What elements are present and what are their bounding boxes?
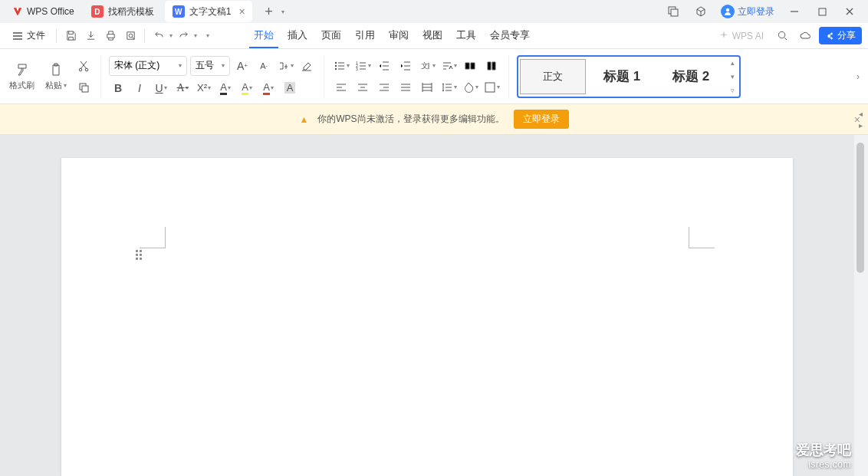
app-home-button[interactable]: WPS Office [6,2,81,21]
tab-templates[interactable]: D 找稻壳模板 [84,1,162,22]
doc-icon: W [173,5,185,18]
save-button[interactable] [61,27,80,45]
columns-button[interactable] [482,57,501,75]
rail-button-2[interactable]: ▸ [859,121,863,130]
login-link[interactable]: 立即登录 [716,5,779,18]
align-center-button[interactable] [353,78,372,97]
share-button[interactable]: 分享 [819,27,862,44]
change-case-button[interactable]: ▾ [276,57,294,75]
document-canvas[interactable] [0,135,854,476]
styles-expand-icon[interactable]: ▿ [727,87,738,94]
font-name-combo[interactable]: ▾ [109,56,187,76]
strike-button[interactable]: A▾ [173,79,192,97]
shrink-font-button[interactable]: A- [255,57,273,75]
styles-scroll: ▴ ▾ ▿ [727,59,738,94]
character-shading-button[interactable]: A [281,79,299,97]
file-menu-button[interactable]: 文件 [6,26,51,45]
svg-text:文: 文 [421,61,429,70]
tab-tools[interactable]: 工具 [452,24,481,48]
tab-layout[interactable]: 页面 [317,24,346,48]
cut-button[interactable] [74,57,93,75]
italic-button[interactable]: I [130,79,149,97]
banner-login-button[interactable]: 立即登录 [514,110,569,129]
new-tab-dropdown[interactable]: ▾ [281,8,284,15]
clear-format-button[interactable] [298,57,316,75]
style-heading1[interactable]: 标题 1 [589,59,655,94]
new-tab-button[interactable]: + [260,3,277,20]
tab-refs[interactable]: 引用 [350,24,380,48]
styles-down-icon[interactable]: ▾ [727,73,738,80]
print-button[interactable] [101,27,120,45]
minimize-button[interactable] [782,1,807,22]
page-1[interactable] [61,158,793,476]
copy-button[interactable] [74,78,93,97]
close-tab-button[interactable]: × [235,5,248,18]
qat-more-button[interactable]: ▾ [199,27,217,45]
line-spacing-button[interactable]: ▾ [439,78,458,97]
svg-point-11 [334,61,336,63]
drag-handle-icon[interactable] [136,250,142,260]
avatar-icon [721,5,735,18]
svg-point-5 [129,34,133,38]
tab-start[interactable]: 开始 [249,24,278,48]
numbering-button[interactable]: 123▾ [353,57,372,75]
redo-button[interactable] [174,27,192,45]
underline-button[interactable]: U▾ [152,79,170,97]
ribbon-more-button[interactable]: › [851,64,865,89]
maximize-button[interactable] [810,1,834,22]
grow-font-button[interactable]: A+ [233,57,252,75]
distribute-button[interactable] [418,78,436,97]
svg-point-13 [334,64,336,66]
menu-bar: 文件 ▾ ▾ ▾ 开始 插入 页面 引用 审阅 视图 工具 会员专享 WPS A… [0,23,868,49]
undo-dropdown[interactable]: ▾ [169,32,173,39]
scrollbar-thumb[interactable] [856,143,864,273]
increase-indent-button[interactable] [396,57,415,75]
undo-button[interactable] [150,27,168,45]
tab-review[interactable]: 审阅 [384,24,413,48]
align-right-button[interactable] [375,78,393,97]
file-menu-label: 文件 [27,29,45,42]
cloud-button[interactable] [796,27,814,45]
tab-member[interactable]: 会员专享 [485,24,534,48]
sort-button[interactable]: ▾ [439,57,458,75]
search-button[interactable] [773,27,791,45]
svg-point-6 [778,31,784,38]
text-color-button[interactable]: A▾ [259,79,278,97]
decrease-indent-button[interactable] [375,57,393,75]
vertical-scrollbar[interactable] [854,135,868,476]
print-preview-button[interactable] [121,27,140,45]
rail-button-1[interactable]: ◂ [859,110,863,118]
close-window-button[interactable] [837,1,862,22]
font-size-combo[interactable]: ▾ [190,56,230,76]
shading-button[interactable]: ▾ [461,78,479,97]
export-button[interactable] [81,27,100,45]
bold-button[interactable]: B [109,79,127,97]
tab-insert[interactable]: 插入 [283,24,312,48]
format-painter-button[interactable]: 格式刷 [6,61,38,91]
template-icon: D [91,5,104,18]
style-body[interactable]: 正文 [520,59,586,94]
share-icon [825,31,834,41]
asian-layout-button[interactable] [461,57,479,75]
align-justify-button[interactable] [396,78,415,97]
font-size-input[interactable] [196,61,219,71]
font-name-input[interactable] [114,61,176,71]
format-painter-icon [14,61,31,78]
bullets-button[interactable]: ▾ [332,57,350,75]
styles-up-icon[interactable]: ▴ [727,59,738,67]
highlight-button[interactable]: A▾ [238,79,256,97]
font-color-button[interactable]: A▾ [216,79,235,97]
redo-dropdown[interactable]: ▾ [194,32,197,39]
paste-button[interactable]: 粘贴▾ [42,61,70,91]
wps-ai-button[interactable]: WPS AI [714,29,768,43]
superscript-button[interactable]: X²▾ [195,79,213,97]
style-heading2[interactable]: 标题 2 [658,59,724,94]
workspace-icon[interactable] [661,1,686,22]
wps-logo-icon [12,6,23,17]
tab-document[interactable]: W 文字文稿1 × [165,1,253,22]
borders-button[interactable]: ▾ [482,78,501,97]
cube-icon[interactable] [689,1,713,22]
text-direction-button[interactable]: 文▾ [418,57,436,75]
align-left-button[interactable] [332,78,350,97]
tab-view[interactable]: 视图 [418,24,447,48]
